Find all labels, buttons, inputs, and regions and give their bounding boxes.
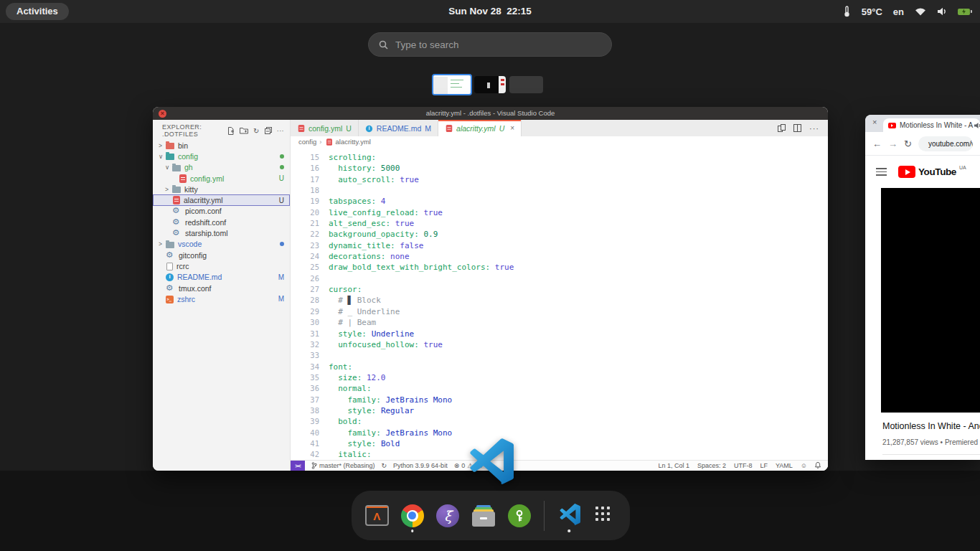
code-line-32[interactable]: 32 unfocused_hollow: true [291,339,828,350]
code-line-23[interactable]: 23dynamic_title: false [291,240,828,251]
notifications-bell-icon[interactable] [815,462,821,470]
chevron-down-icon[interactable]: ∨ [165,164,172,171]
cursor-position-status[interactable]: Ln 1, Col 1 [658,462,689,469]
tree-item-gitconfig[interactable]: gitconfig [153,250,290,260]
chevron-down-icon[interactable]: ∨ [159,153,166,160]
reload-button[interactable]: ↻ [904,139,912,149]
code-line-37[interactable]: 37 family: JetBrains Mono [291,395,828,405]
code-line-22[interactable]: 22background_opacity: 0.9 [291,229,828,240]
code-line-21[interactable]: 21alt_send_esc: true [291,218,828,229]
tree-item-alacritty.yml[interactable]: alacritty.ymlU [153,194,290,205]
code-line-26[interactable]: 26 [291,273,828,284]
feedback-icon[interactable]: ☺ [801,462,807,469]
window-close-button[interactable]: × [159,110,166,118]
dock-item-vscode[interactable] [556,497,583,534]
breadcrumb-file[interactable]: alacritty.yml [336,138,371,146]
editor-tab-alacritty.yml[interactable]: alacritty.ymlU× [438,120,522,136]
code-editor[interactable]: 15scrolling:16 history: 500017 auto_scro… [291,147,828,460]
code-line-42[interactable]: 42 italic: [291,449,828,460]
code-line-15[interactable]: 15scrolling: [291,152,828,163]
clock[interactable]: Sun Nov 28 22:15 [448,0,532,23]
breadcrumb[interactable]: config › alacritty.yml [291,136,828,147]
youtube-menu-icon[interactable] [876,168,887,176]
code-line-27[interactable]: 27cursor: [291,284,828,295]
indentation-status[interactable]: Spaces: 2 [697,462,726,469]
tab-close-icon[interactable]: × [872,118,877,126]
tree-item-config.yml[interactable]: config.ymlU [153,173,290,184]
address-bar[interactable]: youtube.com/wa [918,136,973,151]
tree-item-zshrc[interactable]: zshrcM [153,293,290,304]
code-line-39[interactable]: 39 bold: [291,416,828,427]
code-line-31[interactable]: 31 style: Underline [291,329,828,339]
code-line-41[interactable]: 41 style: Bold [291,438,828,449]
dock-item-keepassxc[interactable] [506,497,532,534]
explorer-more-actions[interactable]: ··· [277,127,284,134]
dock-item-alacritty[interactable]: Λ [364,497,390,534]
refresh-explorer-icon[interactable]: ↻ [253,127,260,135]
forward-button[interactable]: → [888,139,897,149]
code-line-24[interactable]: 24decorations: none [291,251,828,262]
code-line-34[interactable]: 34font: [291,362,828,372]
tree-item-kitty[interactable]: >kitty [153,184,290,194]
chrome-active-tab[interactable]: Motionless In White - A [883,118,980,132]
code-line-35[interactable]: 35 size: 12.0 [291,372,828,383]
tree-item-bin[interactable]: >bin [153,140,290,151]
system-status-area[interactable]: 59°C en [843,0,970,23]
dock-item-chrome[interactable] [400,497,426,534]
dock-item-emacs[interactable]: ξ [435,497,461,534]
shell-search[interactable] [368,32,612,57]
chevron-right-icon[interactable]: > [159,142,166,149]
breadcrumb-folder[interactable]: config [298,138,316,146]
tree-item-gh[interactable]: ∨gh [153,162,290,173]
video-player[interactable] [881,188,980,413]
tab-audio-icon[interactable] [974,122,980,131]
code-line-20[interactable]: 20live_config_reload: true [291,207,828,218]
chevron-right-icon[interactable]: > [159,240,166,248]
tree-item-config[interactable]: ∨config [153,151,290,161]
collapse-folders-icon[interactable] [265,127,272,134]
tree-item-starship.toml[interactable]: starship.toml [153,227,290,238]
eol-status[interactable]: LF [760,462,768,469]
python-interpreter-status[interactable]: Python 3.9.9 64-bit [393,462,448,469]
new-file-icon[interactable] [227,127,235,135]
youtube-logo[interactable]: YouTube UA [898,166,966,178]
code-line-40[interactable]: 40 family: JetBrains Mono [291,428,828,438]
code-line-28[interactable]: 28 # ▋ Block [291,295,828,306]
code-line-19[interactable]: 19tabspaces: 4 [291,196,828,207]
language-mode-status[interactable]: YAML [776,462,793,469]
editor-tab-README.md[interactable]: README.mdM [359,120,438,136]
tree-item-picom.conf[interactable]: picom.conf [153,206,290,217]
search-input[interactable] [395,39,582,50]
encoding-status[interactable]: UTF-8 [734,462,753,469]
workspace-thumbnail-2[interactable] [474,76,506,93]
code-line-16[interactable]: 16 history: 5000 [291,163,828,174]
workspace-thumbnail-3[interactable] [509,76,543,93]
code-line-30[interactable]: 30 # | Beam [291,317,828,328]
tree-item-redshift.conf[interactable]: redshift.conf [153,217,290,227]
keyboard-layout-label[interactable]: en [893,6,904,17]
editor-tab-config.yml[interactable]: config.ymlU [291,120,359,136]
workspace-thumbnail-active[interactable] [432,74,472,95]
tree-item-rcrc[interactable]: rcrc [153,260,290,271]
tree-item-tmux.conf[interactable]: tmux.conf [153,283,290,293]
editor-more-actions[interactable]: ··· [809,124,819,133]
code-line-17[interactable]: 17 auto_scroll: true [291,174,828,185]
activities-button[interactable]: Activities [6,3,69,20]
code-line-36[interactable]: 36 normal: [291,383,828,394]
chevron-right-icon[interactable]: > [165,186,172,193]
open-changes-icon[interactable] [778,122,786,135]
git-branch-status[interactable]: master* (Rebasing) [311,462,375,469]
sync-icon[interactable]: ↻ [382,462,387,469]
tab-close-icon[interactable]: × [510,124,514,132]
code-line-38[interactable]: 38 style: Regular [291,405,828,416]
code-line-18[interactable]: 18 [291,185,828,196]
tree-item-README.md[interactable]: README.mdM [153,272,290,283]
new-folder-icon[interactable] [240,127,248,134]
remote-indicator[interactable]: >< [291,461,305,471]
dock-item-show-applications[interactable] [591,497,618,534]
code-line-33[interactable]: 33 [291,350,828,361]
tree-item-vscode[interactable]: >vscode [153,239,290,250]
code-line-25[interactable]: 25draw_bold_text_with_bright_colors: tru… [291,262,828,273]
code-line-29[interactable]: 29 # _ Underline [291,306,828,317]
vscode-titlebar[interactable]: × alacritty.yml - .dotfiles - Visual Stu… [153,107,828,120]
